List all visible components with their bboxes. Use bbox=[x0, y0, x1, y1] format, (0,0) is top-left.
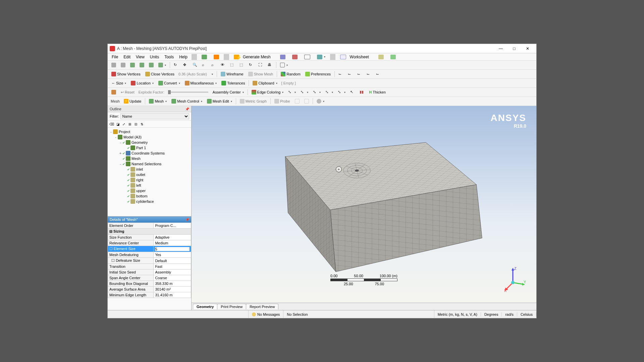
tree-node[interactable]: + ✔ Coordinate Systems bbox=[109, 150, 190, 156]
close-vertices-button[interactable]: Close Vertices bbox=[143, 71, 176, 77]
view-icon[interactable]: ⬚ bbox=[228, 62, 237, 68]
property-row[interactable]: Relevance CenterMedium bbox=[108, 240, 191, 246]
property-row[interactable]: ⊟ Sizing bbox=[108, 229, 191, 235]
tab-geometry[interactable]: Geometry bbox=[193, 304, 217, 309]
assembly-center-dropdown[interactable]: Assembly Center bbox=[211, 89, 246, 95]
tree-node[interactable]: ✔ right bbox=[109, 177, 190, 183]
property-row[interactable]: Mesh DefeaturingYes bbox=[108, 252, 191, 258]
filter-clear-icon[interactable]: ⌫ bbox=[109, 121, 114, 127]
tree-node[interactable]: ✔ cyliderface bbox=[109, 199, 190, 204]
status-angle[interactable]: Degrees bbox=[481, 312, 502, 316]
outline-tree[interactable]: - Project - Model (A3) - ✔ Geometry ✔ Pa… bbox=[108, 128, 191, 216]
wireframe-button[interactable]: Wireframe bbox=[219, 71, 246, 77]
misc-dropdown[interactable]: Miscellaneous bbox=[183, 80, 219, 86]
zoom-fit-icon[interactable]: ⌕ bbox=[200, 62, 209, 68]
select-edge-icon[interactable] bbox=[119, 62, 127, 68]
property-row[interactable]: ☐ Element Size bbox=[108, 246, 191, 252]
property-row[interactable]: ☐ Defeature SizeDefault bbox=[108, 258, 191, 264]
tree-node[interactable]: - Model (A3) bbox=[109, 134, 190, 140]
probe-button[interactable]: Probe bbox=[272, 98, 292, 105]
worksheet-button[interactable]: Worksheet bbox=[337, 53, 375, 61]
tree-node[interactable]: - Project bbox=[109, 129, 190, 134]
select-node-icon[interactable] bbox=[147, 62, 156, 68]
property-row[interactable]: Average Surface Area30140 m² bbox=[108, 287, 191, 292]
status-temp[interactable]: Celsius bbox=[517, 312, 536, 316]
probe-opt-icon[interactable] bbox=[293, 98, 302, 105]
details-table[interactable]: Element OrderProgram C...⊟ SizingSize Fu… bbox=[108, 223, 191, 310]
filter-select[interactable]: Name bbox=[120, 113, 190, 119]
rotate-icon[interactable]: ↻ bbox=[172, 62, 180, 68]
property-row[interactable]: Size FunctionAdaptive bbox=[108, 235, 191, 240]
tree-node[interactable]: - ✔ Geometry bbox=[109, 140, 190, 145]
toggle-icon[interactable]: ▮▮ bbox=[358, 89, 366, 96]
toolbar-dropdown[interactable] bbox=[314, 54, 328, 60]
toolbar-icon[interactable] bbox=[277, 54, 288, 60]
toolbar-icon[interactable] bbox=[375, 54, 387, 60]
view-icon[interactable]: ⬚ bbox=[237, 62, 246, 68]
toolbar-icon[interactable] bbox=[211, 54, 222, 60]
display-dropdown[interactable] bbox=[315, 98, 326, 105]
axis-icon[interactable]: ⌙ bbox=[374, 71, 383, 77]
random-colors-button[interactable]: Random bbox=[279, 71, 303, 77]
property-row[interactable]: Minimum Edge Length31.4160 m bbox=[108, 292, 191, 298]
show-mesh-button[interactable]: Show Mesh bbox=[246, 71, 275, 77]
tolerances-button[interactable]: Tolerances bbox=[219, 80, 247, 86]
select-face-icon[interactable] bbox=[128, 62, 137, 68]
expand-icon[interactable]: ⤢ bbox=[121, 121, 126, 127]
pointer-icon[interactable]: ↖ bbox=[348, 89, 357, 96]
explode-icon[interactable] bbox=[109, 89, 118, 96]
tree-node[interactable]: - ✔ Named Selections bbox=[109, 161, 190, 167]
property-row[interactable]: Span Angle CenterCoarse bbox=[108, 275, 191, 281]
preferences-button[interactable]: Preferences bbox=[303, 71, 333, 77]
edge-opt-icon[interactable]: ⤡ bbox=[336, 89, 347, 96]
edge-opt-icon[interactable]: ⤡ bbox=[311, 89, 323, 96]
tree-node[interactable]: ✔ outlet bbox=[109, 172, 190, 177]
explode-slider[interactable] bbox=[168, 92, 208, 93]
mesh-edit-dropdown[interactable]: Mesh Edit bbox=[205, 98, 234, 105]
generate-mesh-button[interactable]: ⚡Generate Mesh bbox=[231, 53, 276, 61]
select-vertex-icon[interactable] bbox=[109, 62, 118, 68]
pin-icon[interactable]: 📌 bbox=[185, 107, 189, 111]
filter-icon[interactable]: ◪ bbox=[115, 121, 120, 127]
tree-node[interactable]: ✔ Mesh bbox=[109, 156, 190, 161]
property-row[interactable]: Bounding Box Diagonal358.330 m bbox=[108, 281, 191, 287]
pin-icon[interactable]: 📌 bbox=[185, 218, 189, 222]
pan-icon[interactable]: ✥ bbox=[181, 62, 190, 68]
axis-icon[interactable]: ⌙ bbox=[346, 71, 355, 77]
edge-coloring-dropdown[interactable]: Edge Coloring bbox=[250, 89, 286, 96]
mesh-dropdown[interactable]: Mesh bbox=[147, 98, 169, 105]
axis-icon[interactable]: ⌙ bbox=[355, 71, 364, 77]
property-row[interactable]: TransitionFast bbox=[108, 264, 191, 269]
tree-node[interactable]: ✔ Part 1 bbox=[109, 145, 190, 150]
toolbar-icon[interactable] bbox=[289, 54, 301, 60]
maximize-button[interactable]: □ bbox=[507, 45, 521, 53]
status-messages[interactable]: No Messages bbox=[249, 310, 283, 318]
close-button[interactable]: ✕ bbox=[521, 45, 534, 53]
view-icon[interactable]: ↻ bbox=[247, 62, 256, 68]
minimize-button[interactable]: — bbox=[494, 45, 507, 53]
status-units[interactable]: Metric (m, kg, N, s, V, A) bbox=[434, 312, 481, 316]
zoom-icon[interactable]: 🔍 bbox=[191, 62, 199, 68]
metric-graph-button[interactable]: Metric Graph bbox=[238, 98, 269, 105]
status-rotation[interactable]: rad/s bbox=[502, 312, 517, 316]
show-vertices-button[interactable]: Show Vertices bbox=[109, 71, 143, 77]
zoom-box-icon[interactable]: ⌕ bbox=[209, 62, 218, 68]
size-dropdown[interactable]: ↔ Size bbox=[109, 80, 128, 86]
axis-icon[interactable]: ⌙ bbox=[336, 71, 345, 77]
probe-opt-icon[interactable] bbox=[302, 98, 311, 105]
select-mode-dropdown[interactable] bbox=[156, 62, 168, 68]
clipboard-dropdown[interactable]: Clipboard bbox=[251, 80, 279, 86]
property-row[interactable]: Element OrderProgram C... bbox=[108, 223, 191, 229]
menu-view[interactable]: View bbox=[133, 54, 147, 60]
collapse-icon[interactable]: ⊞ bbox=[127, 121, 132, 127]
property-row[interactable]: Initial Size SeedAssembly bbox=[108, 269, 191, 275]
location-dropdown[interactable]: Location bbox=[129, 80, 156, 86]
edge-opt-icon[interactable]: ⤡ bbox=[323, 89, 335, 96]
sort-icon[interactable]: ⇅ bbox=[139, 121, 145, 127]
select-body-icon[interactable] bbox=[138, 62, 146, 68]
axis-icon[interactable]: ⌙ bbox=[365, 71, 373, 77]
print-icon[interactable]: 🖶 bbox=[266, 62, 274, 68]
tree-node[interactable]: ✔ bottom bbox=[109, 193, 190, 199]
viewport-3d[interactable]: + ANSYS R19.0 0.0050.00100.00 (m) 25.007… bbox=[192, 106, 536, 303]
toolbar-icon[interactable] bbox=[301, 54, 313, 60]
